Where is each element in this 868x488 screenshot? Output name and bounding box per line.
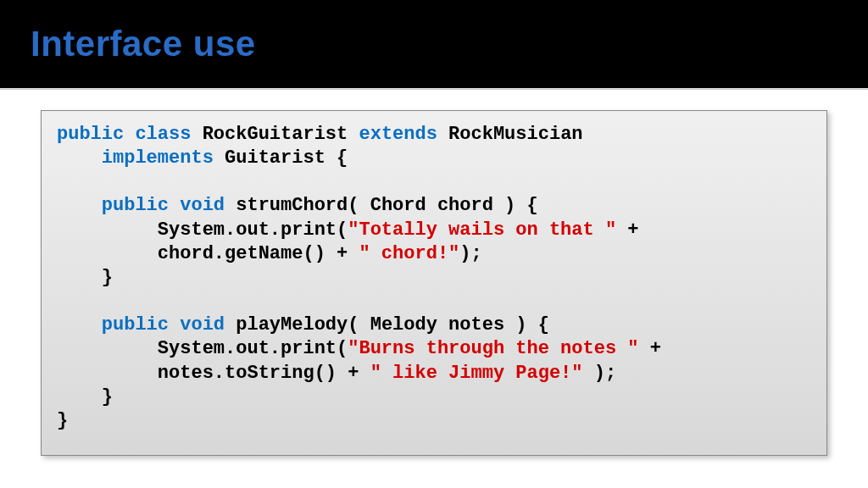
code-string: "Totally wails on that "	[348, 219, 616, 241]
code-keyword: public void	[102, 314, 225, 336]
code-string: " chord!"	[359, 243, 459, 264]
code-keyword: extends	[359, 124, 437, 145]
slide-title: Interface use	[31, 24, 256, 64]
code-keyword: public class	[57, 124, 191, 145]
code-string: "Burns through the notes "	[348, 338, 638, 359]
code-keyword: public void	[102, 195, 225, 216]
code-string: " like Jimmy Page!"	[370, 363, 583, 384]
code-keyword: implements	[102, 147, 214, 169]
code-block: public class RockGuitarist extends RockM…	[41, 110, 827, 456]
slide-body: public class RockGuitarist extends RockM…	[0, 90, 868, 456]
slide-header: Interface use	[0, 0, 868, 88]
